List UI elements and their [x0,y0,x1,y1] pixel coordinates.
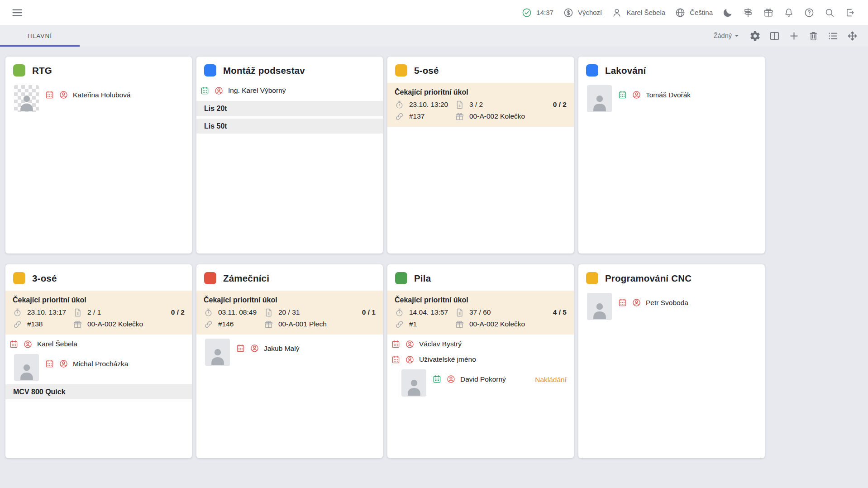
member-row[interactable]: Jakub Malý [196,336,383,366]
priority-task-panel[interactable]: Čekající prioritní úkol 23.10. 13:20 3 /… [387,83,574,127]
priority-row: #146 00-A-001 Plech [204,318,376,330]
attendance-status[interactable]: 14:37 [521,7,553,18]
sign-direction-button[interactable] [743,7,754,18]
whats-new-button[interactable] [763,7,774,18]
calendar-icon[interactable] [432,374,442,384]
workstation-color-badge [13,272,25,284]
filter-dropdown[interactable]: Žádný [714,31,741,40]
help-button[interactable] [804,7,815,18]
priority-row: 23.10. 13:20 3 / 2 0 / 2 [395,99,567,110]
priority-product: 00-A-001 Plech [278,320,327,328]
priority-task-title: Čekající prioritní úkol [13,294,185,306]
card-zamecnici: Zámečníci Čekající prioritní úkol 03.11.… [196,264,383,458]
workstation-color-badge [13,64,25,77]
account-circle-icon[interactable] [250,344,259,353]
member-name: Karel Šebela [37,340,77,348]
add-button[interactable] [788,30,800,42]
split-view-button[interactable] [769,30,780,42]
calendar-icon[interactable] [618,298,627,307]
account-circle-icon[interactable] [23,340,33,349]
card-header[interactable]: Programování CNC [578,264,765,291]
logout-button[interactable] [844,7,855,18]
card-header[interactable]: Zámečníci [196,264,383,291]
move-button[interactable] [847,30,858,42]
member-row[interactable]: David Pokorný Nakládání [387,367,574,397]
priority-product: 00-A-002 Kolečko [469,320,525,328]
notifications-button[interactable] [783,7,794,18]
columns-icon [769,30,780,42]
delete-button[interactable] [808,30,819,42]
card-header[interactable]: Lakování [578,57,765,83]
machine-row[interactable]: Lis 20t [196,101,383,116]
card-header[interactable]: Montáž podsestav [196,57,383,83]
plus-icon [788,30,800,42]
priority-task-panel[interactable]: Čekající prioritní úkol 14.04. 13:57 37 … [387,291,574,335]
help-circle-icon [804,7,815,18]
priority-ref: #146 [218,320,234,328]
member-row[interactable]: Uživatelské jméno [387,352,574,367]
priority-task-panel[interactable]: Čekající prioritní úkol 03.11. 08:49 20 … [196,291,383,335]
calendar-icon[interactable] [45,359,54,368]
product-gift-icon [73,320,82,329]
profile-selector[interactable]: Výchozí [563,7,602,18]
account-circle-icon[interactable] [632,90,641,100]
card-header[interactable]: RTG [5,57,192,83]
priority-row: #1 00-A-002 Kolečko [395,318,567,330]
account-circle-icon[interactable] [214,86,224,96]
workstation-title: Pila [414,273,431,284]
calendar-icon[interactable] [236,344,245,353]
priority-product: 00-A-002 Kolečko [469,112,525,120]
calendar-icon[interactable] [9,340,19,349]
machine-row[interactable]: MCV 800 Quick [5,384,192,399]
member-row[interactable]: Ing. Karel Výborný [196,83,383,98]
member-row[interactable]: Tomáš Dvořák [578,83,765,113]
priority-row: 14.04. 13:57 37 / 60 4 / 5 [395,306,567,318]
chevron-down-icon [732,31,741,40]
tab-bar: HLAVNÍ Žádný [0,25,868,47]
settings-button[interactable] [749,30,761,42]
link-icon [395,112,404,121]
hamburger-menu-button[interactable] [11,6,24,19]
timer-icon [395,100,404,110]
calendar-icon[interactable] [391,355,401,364]
member-row[interactable]: Petr Svoboda [578,291,765,321]
priority-row: 03.11. 08:49 20 / 31 0 / 1 [204,306,376,318]
priority-row: #137 00-A-002 Kolečko [395,110,567,122]
priority-ref: #137 [409,112,424,120]
link-icon [204,320,213,329]
account-circle-icon[interactable] [632,298,641,307]
timer-icon [395,308,404,317]
calendar-icon[interactable] [200,86,210,96]
priority-task-panel[interactable]: Čekající prioritní úkol 23.10. 13:17 2 /… [5,291,192,335]
member-row[interactable]: Václav Bystrý [387,336,574,352]
member-row[interactable]: Michal Procházka [5,352,192,382]
card-header[interactable]: 3-osé [5,264,192,291]
calendar-icon[interactable] [618,90,627,100]
account-circle-icon[interactable] [446,374,456,384]
invoice-file-icon [455,308,464,317]
avatar [14,354,39,381]
account-circle-icon[interactable] [59,90,68,100]
account-circle-icon[interactable] [59,359,68,368]
member-row[interactable]: Karel Šebela [5,336,192,352]
machine-row[interactable]: Lis 50t [196,119,383,134]
user-menu[interactable]: Karel Šebela [611,7,665,18]
top-app-bar: 14:37 Výchozí Karel Šebela Čeština [0,0,868,25]
list-view-button[interactable] [827,30,839,42]
member-row[interactable]: Kateřina Holubová [5,83,192,113]
priority-task-title: Čekající prioritní úkol [204,294,376,306]
workstation-title: Programování CNC [605,273,692,284]
search-button[interactable] [824,7,835,18]
dark-mode-button[interactable] [722,7,733,18]
account-circle-icon[interactable] [405,355,415,364]
language-selector[interactable]: Čeština [675,7,713,18]
account-circle-icon[interactable] [405,340,415,349]
card-header[interactable]: 5-osé [387,57,574,83]
card-header[interactable]: Pila [387,264,574,291]
priority-ref: #138 [27,320,43,328]
calendar-icon[interactable] [391,340,401,349]
currency-badge-icon [563,7,574,18]
calendar-icon[interactable] [45,90,54,100]
tab-hlavni[interactable]: HLAVNÍ [0,25,80,47]
priority-deadline: 14.04. 13:57 [409,308,448,316]
